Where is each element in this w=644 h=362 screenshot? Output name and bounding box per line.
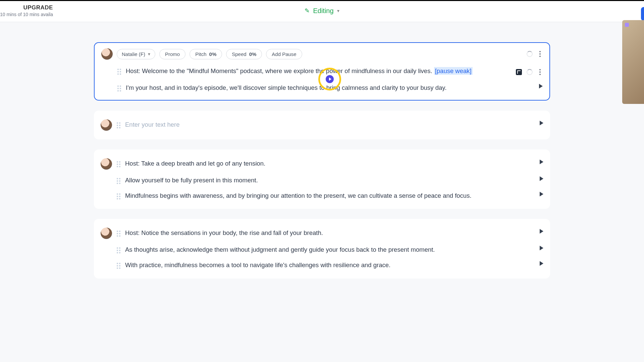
chevron-down-icon: ▾ xyxy=(337,8,339,13)
line-text[interactable]: With practice, mindfulness becomes a too… xyxy=(125,260,535,270)
avatar[interactable] xyxy=(101,48,113,60)
drag-handle-icon[interactable] xyxy=(117,193,120,199)
play-icon[interactable] xyxy=(540,261,543,266)
line-text[interactable]: Host: Take a deep breath and let go of a… xyxy=(125,158,535,168)
play-icon[interactable] xyxy=(540,176,543,181)
play-icon[interactable] xyxy=(540,121,543,125)
line-text[interactable]: Allow yourself to be fully present in th… xyxy=(125,175,535,185)
line-text[interactable]: Mindfulness begins with awareness, and b… xyxy=(125,190,535,200)
drag-handle-icon[interactable] xyxy=(117,263,120,269)
line-text[interactable]: I'm your host, and in today's episode, w… xyxy=(126,82,534,93)
line-placeholder[interactable]: Enter your text here xyxy=(125,119,535,129)
play-icon[interactable] xyxy=(539,84,543,88)
drag-handle-icon[interactable] xyxy=(117,122,120,128)
drag-handle-icon[interactable] xyxy=(117,69,121,75)
pitch-control[interactable]: Pitch 0% xyxy=(190,49,222,59)
script-line[interactable]: I'm your host, and in today's episode, w… xyxy=(95,80,549,95)
drag-handle-icon[interactable] xyxy=(117,85,121,92)
quota-text: 10 mins of 10 mins availa xyxy=(0,12,53,17)
speed-control[interactable]: Speed 0% xyxy=(226,49,262,59)
script-block[interactable]: Host: Take a deep breath and let go of a… xyxy=(94,149,550,209)
more-menu-button[interactable] xyxy=(537,67,543,77)
line-text[interactable]: As thoughts arise, acknowledge them with… xyxy=(125,244,535,254)
script-line[interactable]: Host: Take a deep breath and let go of a… xyxy=(94,156,550,172)
drag-handle-icon[interactable] xyxy=(117,231,120,237)
avatar[interactable] xyxy=(101,158,112,170)
script-block-active[interactable]: Natalie (F) ▾ Promo Pitch 0% Speed 0% Ad… xyxy=(94,42,550,101)
script-line[interactable]: Host: Welcome to the "Mindful Moments" p… xyxy=(95,63,549,80)
avatar[interactable] xyxy=(101,228,112,239)
drag-handle-icon[interactable] xyxy=(117,247,120,253)
drag-handle-icon[interactable] xyxy=(117,178,120,184)
script-line[interactable]: As thoughts arise, acknowledge them with… xyxy=(94,242,550,257)
avatar[interactable] xyxy=(101,119,112,131)
loading-spinner-icon xyxy=(527,69,533,75)
export-button[interactable]: ⬇ Ex xyxy=(641,7,644,21)
script-line[interactable]: With practice, mindfulness becomes a too… xyxy=(94,257,550,273)
script-line[interactable]: Allow yourself to be fully present in th… xyxy=(94,172,550,188)
script-block-empty[interactable]: Enter your text here xyxy=(94,111,550,139)
play-icon[interactable] xyxy=(540,192,543,196)
script-block[interactable]: Host: Notice the sensations in your body… xyxy=(94,219,550,279)
play-icon[interactable] xyxy=(540,160,543,164)
drag-handle-icon[interactable] xyxy=(117,161,120,167)
content-area: Natalie (F) ▾ Promo Pitch 0% Speed 0% Ad… xyxy=(0,22,644,302)
script-line[interactable]: Host: Notice the sensations in your body… xyxy=(94,225,550,242)
script-line[interactable]: Mindfulness begins with awareness, and b… xyxy=(94,188,550,203)
loading-spinner-icon xyxy=(527,51,533,57)
chevron-down-icon: ▾ xyxy=(148,51,150,57)
line-text[interactable]: Host: Welcome to the "Mindful Moments" p… xyxy=(126,66,511,76)
comment-icon[interactable] xyxy=(516,69,522,75)
voice-selector[interactable]: Natalie (F) ▾ xyxy=(117,49,155,59)
line-text[interactable]: Host: Notice the sensations in your body… xyxy=(125,228,535,238)
pencil-icon: ✎ xyxy=(305,7,310,14)
more-menu-button[interactable] xyxy=(537,49,543,59)
upgrade-button[interactable]: UPGRADE xyxy=(23,4,53,11)
promo-button[interactable]: Promo xyxy=(159,49,185,59)
mode-label: Editing xyxy=(313,7,333,15)
header: ct ✎ Editing ▾ UPGRADE 10 mins of 10 min… xyxy=(0,1,644,22)
mode-switcher[interactable]: ✎ Editing ▾ xyxy=(305,7,339,15)
pause-tag[interactable]: [pause weak] xyxy=(434,67,473,75)
voice-name: Natalie (F) xyxy=(122,51,145,57)
add-pause-button[interactable]: Add Pause xyxy=(266,49,302,59)
header-right: UPGRADE 10 mins of 10 mins availa xyxy=(0,4,53,17)
play-icon[interactable] xyxy=(540,229,543,234)
block-toolbar: Natalie (F) ▾ Promo Pitch 0% Speed 0% Ad… xyxy=(95,43,549,63)
script-line[interactable]: Enter your text here xyxy=(94,117,550,133)
play-icon[interactable] xyxy=(540,246,543,250)
